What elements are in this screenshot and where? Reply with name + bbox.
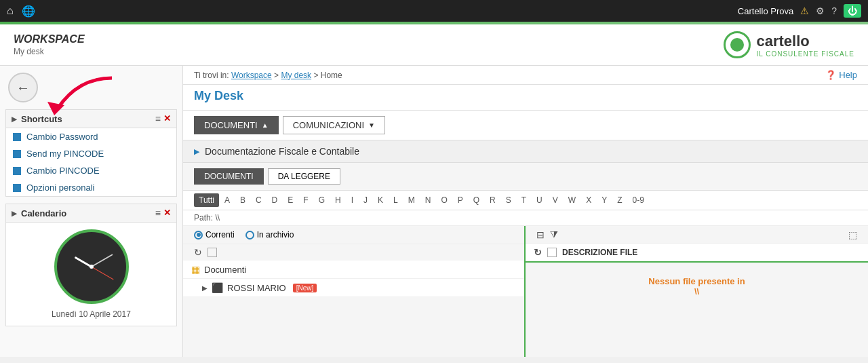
shortcut-label: Cambio PINCODE [26,166,100,176]
subtab-documenti[interactable]: DOCUMENTI [194,168,264,185]
alpha-btn-k[interactable]: K [373,193,388,207]
right-refresh-icon[interactable]: ↻ [534,247,542,258]
tab-comunicazioni[interactable]: COMUNICAZIONI ▼ [283,116,385,134]
calendar-title: Calendario [21,208,66,218]
alpha-btn-x[interactable]: X [581,193,596,207]
path-bar: Path: \\ [183,210,868,226]
section-header: ▶ Documentazione Fiscale e Contabile [183,140,868,163]
subtab-da-leggere[interactable]: DA LEGGERE [268,168,340,185]
shortcuts-widget: ▶ Shortcuts ≡ ✕ Cambio Password Send my … [5,109,177,197]
workspace-title: WORKSPACE [14,33,85,45]
subtab-da-leggere-label: DA LEGGERE [278,172,330,181]
no-file-path: \\ [539,286,854,297]
calendar-triangle-icon: ▶ [12,210,17,217]
shortcut-opzioni-personali[interactable]: Opzioni personali [6,179,176,196]
alpha-btn-h[interactable]: H [330,193,346,207]
alpha-btn-i[interactable]: I [347,193,358,207]
breadcrumb-bar: Ti trovi in: Workspace > My desk > Home … [183,66,868,85]
subtab-documenti-label: DOCUMENTI [204,172,254,181]
alpha-btn-v[interactable]: V [548,193,563,207]
tab-documenti[interactable]: DOCUMENTI ▲ [194,116,279,134]
right-export-icon[interactable]: ⬚ [848,229,857,240]
radio-correnti[interactable]: Correnti [194,230,235,240]
shortcut-cambio-pincode[interactable]: Cambio PINCODE [6,162,176,179]
path-value: \\ [215,213,220,223]
arrow-annotation [37,71,119,121]
tab-bar: DOCUMENTI ▲ COMUNICAZIONI ▼ [183,111,868,140]
help-circle-icon: ❓ [825,70,836,80]
alpha-btn-c[interactable]: C [251,193,267,207]
new-badge: [New] [293,284,317,292]
alpha-btn-m[interactable]: M [403,193,420,207]
header-area: WORKSPACE My desk cartello IL CONSULENTE… [0,24,868,66]
expand-icon: ▶ [202,284,208,292]
widget-menu-icon[interactable]: ≡ [155,113,161,124]
alpha-btn-0-9[interactable]: 0-9 [628,193,649,207]
page-title: My Desk [194,89,857,103]
top-navbar: ⌂ 🌐 Cartello Prova ⚠ ⚙ ? ⏻ [0,0,868,22]
col-label: DESCRIZIONE FILE [562,248,637,257]
help-button[interactable]: ❓ Help [825,70,857,80]
back-button[interactable]: ← [8,73,38,102]
alpha-btn-r[interactable]: R [485,193,500,207]
alpha-btn-s[interactable]: S [501,193,516,207]
alpha-btn-tutti[interactable]: Tutti [194,193,219,207]
shortcuts-list: Cambio Password Send my PINCODE Cambio P… [6,128,176,196]
clock-date: Lunedì 10 Aprile 2017 [52,309,131,319]
logo-inner [730,38,744,52]
breadcrumb-mydesk[interactable]: My desk [281,71,311,80]
calendar-close-icon[interactable]: ✕ [163,208,171,218]
radio-archivio-circle [245,231,254,240]
widget-close-icon[interactable]: ✕ [163,113,171,124]
right-toolbar: ⊟ ⧩ ⬚ [526,226,868,244]
no-file-text: Nessun file presente in [539,276,854,286]
radio-in-archivio[interactable]: In archivio [245,230,294,240]
clock-container: Lunedì 10 Aprile 2017 [6,223,176,326]
help-icon[interactable]: ? [831,5,837,16]
section-triangle-icon: ▶ [194,147,199,156]
alpha-btn-q[interactable]: Q [469,193,484,207]
alpha-btn-l[interactable]: L [389,193,403,207]
shortcut-label: Cambio Password [26,132,98,142]
alpha-btn-u[interactable]: U [532,193,547,207]
alpha-btn-j[interactable]: J [359,193,372,207]
left-panel: Correnti In archivio ↻ ▦ Docum [183,226,526,357]
alpha-btn-z[interactable]: Z [612,193,627,207]
alpha-btn-e[interactable]: E [283,193,298,207]
tab-comunicazioni-label: COMUNICAZIONI [293,120,364,130]
alpha-btn-y[interactable]: Y [597,193,612,207]
tree-row-rossi[interactable]: ▶ ⬛ ROSSI MARIO [New] [183,279,524,297]
alpha-btn-g[interactable]: G [314,193,330,207]
select-all-checkbox[interactable] [208,248,217,257]
globe-icon[interactable]: 🌐 [22,5,35,18]
alpha-btn-o[interactable]: O [436,193,452,207]
calendar-menu-icon[interactable]: ≡ [155,208,161,218]
alpha-btn-a[interactable]: A [220,193,235,207]
right-select-all[interactable] [547,248,557,257]
alpha-btn-b[interactable]: B [235,193,250,207]
shortcut-dot-icon [13,167,21,175]
home-icon[interactable]: ⌂ [7,5,14,17]
file-icon: ⬛ [212,282,223,293]
settings-icon[interactable]: ⚙ [816,5,825,16]
breadcrumb-prefix: Ti trovi in: [194,71,229,80]
refresh-icon[interactable]: ↻ [194,247,202,258]
calendar-header: ▶ Calendario ≡ ✕ [6,204,176,223]
breadcrumb-workspace[interactable]: Workspace [231,71,272,80]
tab-comunicazioni-caret: ▼ [368,121,375,129]
alpha-btn-t[interactable]: T [517,193,531,207]
power-button[interactable]: ⏻ [844,4,861,18]
alpha-btn-n[interactable]: N [420,193,436,207]
alpha-btn-d[interactable]: D [267,193,283,207]
tree-row-documenti[interactable]: ▦ Documenti [183,261,524,279]
shortcut-dot-icon [13,150,21,158]
tab-documenti-caret: ▲ [262,121,269,129]
alpha-btn-f[interactable]: F [298,193,313,207]
alpha-btn-p[interactable]: P [453,193,468,207]
alpha-btn-w[interactable]: W [564,193,580,207]
right-table-icon[interactable]: ⊟ [536,229,545,240]
shortcut-cambio-password[interactable]: Cambio Password [6,128,176,145]
right-filter-icon[interactable]: ⧩ [550,229,558,240]
shortcut-send-pincode[interactable]: Send my PINCODE [6,145,176,162]
clock-face [54,229,129,304]
